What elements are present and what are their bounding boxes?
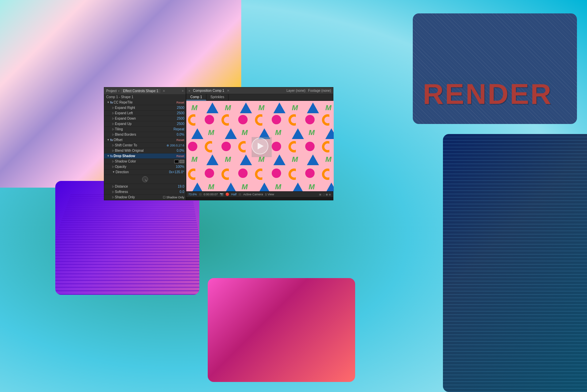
tab-close[interactable]: ✕ [162, 89, 165, 93]
m-3-5: M [325, 155, 331, 164]
camera-dropdown[interactable]: Active Camera [243, 193, 263, 196]
m-2-2: M [242, 128, 248, 137]
m-2-1: M [208, 128, 214, 137]
c-r2-2 [238, 141, 250, 152]
c-r3-3 [255, 169, 266, 180]
tri-3-4 [307, 154, 319, 165]
c-shape-4 [288, 114, 300, 126]
dot-r3-1 [205, 169, 214, 178]
dot-pink-2 [238, 115, 248, 124]
tiling-value[interactable]: Repeat [171, 127, 184, 131]
softness-value[interactable]: 0.0 [171, 190, 184, 194]
distance-value[interactable]: 19.0 [171, 185, 184, 188]
expand-up-row: ▷ Expand Up 2500 [104, 121, 186, 127]
shadow-color-label: Shadow Color [115, 159, 174, 163]
triangle-2-1 [191, 128, 203, 139]
layer-none-tab[interactable]: Layer (none) [286, 89, 306, 92]
shadow-only-checkbox[interactable]: ☐ Shadow Only [163, 196, 184, 199]
tri-bot-3 [258, 183, 270, 191]
m-2-4: M [309, 128, 315, 137]
softness-label: Softness [115, 190, 171, 194]
tri-bot-4 [292, 183, 304, 191]
blend-borders-row: ▷ Blend Borders 0.0% [104, 132, 186, 137]
comp-tab-close[interactable]: ✕ [227, 89, 230, 92]
dot-r3-4 [305, 169, 315, 178]
color-swatch-2[interactable] [180, 160, 184, 163]
expand-left-value[interactable]: 2500 [171, 111, 184, 115]
direction-label: Direction [116, 170, 169, 174]
blue-lines-overlay [443, 134, 587, 392]
cc-repetile-reset[interactable]: Reset [176, 101, 184, 104]
triangle-blue-1 [206, 103, 218, 113]
c-shape-3 [255, 114, 266, 126]
blend-original-row: ▷ Blend With Original 0.0% [104, 148, 186, 153]
c-shape-5 [322, 114, 333, 126]
shift-center-value[interactable]: ⊕ 200.0,17.6 [167, 144, 184, 147]
drop-shadow-label: Drop Shadow [114, 154, 175, 158]
opacity-label: Opacity [115, 165, 171, 169]
blend-borders-value[interactable]: 0.0% [171, 133, 184, 136]
footer-magnet: 🔴 [225, 193, 229, 196]
m-2-3: M [275, 128, 281, 137]
panel-menu[interactable]: ≡ [182, 89, 184, 92]
tri-3-1 [206, 154, 218, 165]
effect-controls-top-bar: Project ▾ Effect Controls Shape 1 ✕ ≡ [104, 87, 186, 94]
expand-right-value[interactable]: 2500 [171, 106, 184, 110]
drop-shadow-row[interactable]: ▼ fx Drop Shadow Reset [104, 153, 186, 159]
offset-reset[interactable]: Reset [176, 138, 184, 142]
distance-row: ▷ Distance 19.0 [104, 184, 186, 189]
expand-left-label: Expand Left [115, 111, 171, 115]
drop-shadow-reset[interactable]: Reset [176, 154, 184, 158]
direction-dial[interactable] [142, 176, 148, 182]
triangle-2-2 [225, 128, 237, 139]
fx-label: fx [110, 101, 113, 104]
sprinkles-tab[interactable]: Sprinkles [206, 94, 229, 101]
tri-bot-2 [225, 183, 237, 191]
shift-center-label: Shift Center To [115, 143, 167, 147]
effect-controls-panel: Project ▾ Effect Controls Shape 1 ✕ ≡ Co… [104, 87, 186, 200]
footage-none-tab[interactable]: Footage (none) [308, 89, 331, 92]
dot-r2-1 [188, 142, 197, 151]
effect-controls-tab[interactable]: Effect Controls Shape 1 [121, 89, 160, 93]
m-shape-4: M [292, 104, 298, 112]
tri-3-2 [240, 154, 252, 165]
offset-label: Offset [114, 138, 175, 142]
softness-row: ▷ Softness 0.0 [104, 189, 186, 195]
comp-1-tab[interactable]: Comp 1 [186, 94, 206, 101]
blend-borders-label: Blend Borders [115, 133, 171, 136]
m-3-2: M [225, 155, 231, 164]
opacity-value[interactable]: 100% [171, 165, 184, 169]
card-pink-gradient [208, 278, 355, 382]
m-3-3: M [258, 155, 264, 164]
play-button[interactable] [252, 138, 268, 154]
direction-value[interactable]: 0x+135.0° [169, 170, 184, 174]
view-dropdown[interactable]: 1 View [265, 193, 274, 196]
dot-r2-3 [272, 142, 281, 151]
expand-up-value[interactable]: 2500 [171, 122, 184, 126]
offset-row[interactable]: ▼ fx Offset Reset [104, 137, 186, 143]
triangle-blue-2 [240, 103, 252, 113]
expand-right-label: Expand Right [115, 106, 171, 110]
project-label: Project [106, 89, 117, 93]
comp-shape-label: Comp 1 - Shape 1 [104, 94, 186, 100]
cc-repetile-row[interactable]: ▼ fx CC RepeTile Reset [104, 100, 186, 105]
dot-pink-1 [205, 115, 214, 124]
c-r3-4 [288, 169, 300, 180]
zoom-level[interactable]: 73.6% [188, 193, 197, 196]
tri-bot-5 [325, 183, 334, 191]
c-r2-3 [288, 141, 300, 152]
card-blue-lines [443, 134, 587, 392]
blend-original-value[interactable]: 0.0% [171, 149, 184, 152]
color-swatch[interactable] [174, 160, 179, 163]
wavy-overlay [55, 193, 199, 295]
panel-separator: ▾ [118, 89, 120, 93]
c-r2-1 [205, 141, 216, 152]
timecode[interactable]: 0:00:00:07 [204, 193, 218, 196]
direction-dial-row [104, 175, 186, 184]
tiling-label: Tiling [115, 127, 171, 131]
expand-down-value[interactable]: 2500 [171, 117, 184, 120]
c-shape-1 [188, 114, 199, 126]
expand-right-row: ▷ Expand Right 2500 [104, 105, 186, 111]
c-shape-2 [221, 114, 233, 126]
quality-dropdown[interactable]: Half [231, 193, 237, 196]
